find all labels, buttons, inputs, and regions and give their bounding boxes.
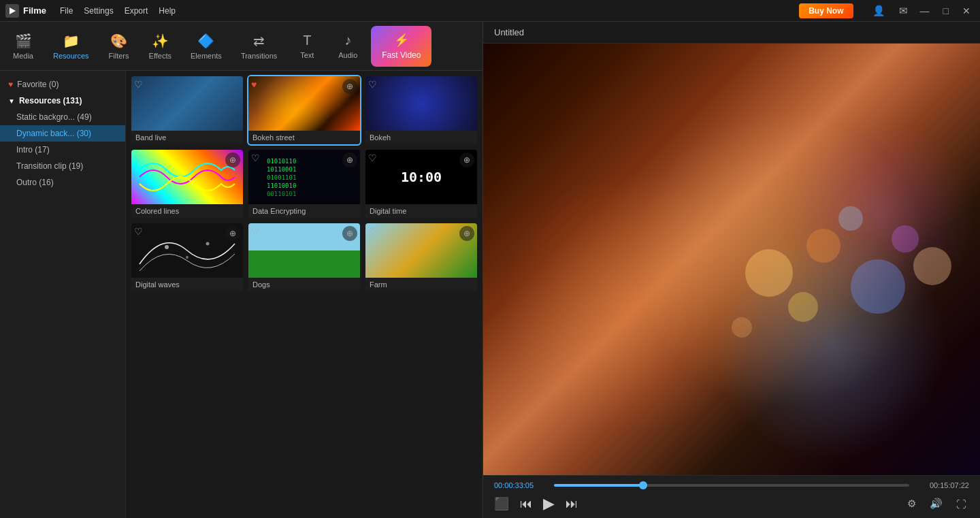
close-button[interactable]: ✕ xyxy=(958,5,975,16)
total-time: 00:15:07:22 xyxy=(915,481,969,489)
minimize-button[interactable]: — xyxy=(916,5,934,16)
menu-export[interactable]: Export xyxy=(125,6,148,16)
app-name: Filme xyxy=(23,5,46,16)
tab-effects[interactable]: ✨ Effects xyxy=(140,29,181,64)
fullscreen-icon[interactable]: ⛶ xyxy=(953,497,969,511)
resource-farm[interactable]: ♡ ⊕ Farm xyxy=(365,223,477,291)
user-icon[interactable]: 👤 xyxy=(870,3,888,18)
tab-resources[interactable]: 📁 Resources xyxy=(44,29,99,64)
sidebar-outro[interactable]: Outro (16) xyxy=(0,174,125,191)
preview-controls: 00:00:33:05 00:15:07:22 ⬛ ⏮ ▶ ⏭ ⚙ 🔊 ⛶ xyxy=(483,475,980,518)
elements-icon: 🔷 xyxy=(197,33,214,49)
window-controls: — □ ✕ xyxy=(916,5,975,16)
preview-area xyxy=(483,44,980,475)
tab-bar: 🎬 Media 📁 Resources 🎨 Filters ✨ Effects … xyxy=(0,22,483,71)
heart-icon: ♥ xyxy=(8,80,13,89)
svg-point-12 xyxy=(851,259,905,314)
resource-bokeh[interactable]: ♡ Bokeh xyxy=(365,76,477,144)
buy-now-button[interactable]: Buy Now xyxy=(799,3,853,18)
add-data-encrypting-icon[interactable]: ⊕ xyxy=(342,152,357,167)
favorite-farm-icon[interactable]: ♡ xyxy=(368,226,377,237)
tab-transitions[interactable]: ⇄ Transitions xyxy=(231,29,287,64)
current-time: 00:00:33:05 xyxy=(494,481,549,489)
next-frame-button[interactable]: ⏭ xyxy=(566,497,578,511)
svg-point-7 xyxy=(165,245,169,249)
favorite-digital-waves-icon[interactable]: ♡ xyxy=(134,226,143,237)
audio-icon: ♪ xyxy=(344,33,351,48)
tab-text[interactable]: T Text xyxy=(287,29,327,63)
settings-icon[interactable]: ⚙ xyxy=(904,496,919,511)
filters-icon: 🎨 xyxy=(110,33,127,49)
effects-icon: ✨ xyxy=(152,33,169,49)
add-dogs-icon[interactable]: ⊕ xyxy=(342,226,357,241)
svg-text:11010010: 11010010 xyxy=(267,182,296,189)
resource-digital-time[interactable]: 10:00 ♡ ⊕ Digital time xyxy=(365,150,477,218)
favorite-dogs-icon[interactable]: ♡ xyxy=(251,226,260,237)
tab-filters[interactable]: 🎨 Filters xyxy=(99,29,140,64)
preview-timeline: 00:00:33:05 00:15:07:22 xyxy=(494,481,969,489)
tab-elements[interactable]: 🔷 Elements xyxy=(181,29,231,64)
favorite-colored-lines-icon[interactable]: ♡ xyxy=(134,152,143,163)
progress-thumb[interactable] xyxy=(639,481,647,489)
sidebar-favorite[interactable]: ♥ Favorite (0) xyxy=(0,76,125,93)
resource-bokeh-street[interactable]: ♥ ⊕ Bokeh street xyxy=(248,76,360,144)
volume-icon[interactable]: 🔊 xyxy=(927,496,945,511)
text-icon: T xyxy=(303,33,311,48)
menu-settings[interactable]: Settings xyxy=(84,6,113,16)
app-icon xyxy=(5,4,19,18)
sidebar-transition-clip[interactable]: Transition clip (19) xyxy=(0,158,125,174)
stop-button[interactable]: ⬛ xyxy=(494,496,509,511)
resources-icon: 📁 xyxy=(63,33,80,49)
favorite-icon[interactable]: ♡ xyxy=(134,79,143,90)
svg-point-15 xyxy=(788,292,818,322)
app-logo: Filme xyxy=(5,4,46,18)
download-bokeh-street-icon[interactable]: ⊕ xyxy=(342,79,357,94)
menu-help[interactable]: Help xyxy=(159,6,176,16)
transitions-icon: ⇄ xyxy=(253,33,265,49)
tab-fast-video[interactable]: ⚡ Fast Video xyxy=(371,26,431,67)
playback-controls: ⬛ ⏮ ▶ ⏭ ⚙ 🔊 ⛶ xyxy=(494,495,969,513)
mail-icon[interactable]: ✉ xyxy=(896,3,911,18)
svg-text:10110001: 10110001 xyxy=(267,166,296,173)
tab-media[interactable]: 🎬 Media xyxy=(3,29,44,64)
svg-point-14 xyxy=(913,247,951,285)
resource-band-live[interactable]: ♡ Band live xyxy=(131,76,243,144)
prev-frame-button[interactable]: ⏮ xyxy=(520,497,532,511)
svg-point-9 xyxy=(206,242,210,246)
menu-bar: File Settings Export Help xyxy=(60,6,799,16)
svg-point-8 xyxy=(186,256,189,259)
progress-track[interactable] xyxy=(554,484,909,487)
svg-point-13 xyxy=(892,225,919,253)
svg-text:00110101: 00110101 xyxy=(267,191,296,197)
svg-text:01010110: 01010110 xyxy=(267,158,296,165)
resource-dogs[interactable]: ♡ ⊕ Dogs xyxy=(248,223,360,291)
sidebar-dynamic-bg[interactable]: Dynamic back... (30) xyxy=(0,125,125,142)
favorite-digital-time-icon[interactable]: ♡ xyxy=(368,152,377,163)
expand-triangle-icon: ▼ xyxy=(8,97,15,105)
add-farm-icon[interactable]: ⊕ xyxy=(459,226,474,241)
add-colored-lines-icon[interactable]: ⊕ xyxy=(225,152,240,167)
favorite-bokeh-icon[interactable]: ♡ xyxy=(368,79,377,90)
maximize-button[interactable]: □ xyxy=(939,5,953,16)
resource-data-encrypting[interactable]: 01010110 10110001 01001101 11010010 0011… xyxy=(248,150,360,218)
resource-colored-lines[interactable]: ♡ ⊕ Colored lines xyxy=(131,150,243,218)
favorite-bokeh-street-icon[interactable]: ♥ xyxy=(251,79,257,90)
play-button[interactable]: ▶ xyxy=(543,495,555,513)
sidebar-static-bg[interactable]: Static backgro... (49) xyxy=(0,109,125,125)
svg-point-16 xyxy=(838,206,863,231)
add-digital-time-icon[interactable]: ⊕ xyxy=(459,152,474,167)
sidebar-resources[interactable]: ▼ Resources (131) xyxy=(0,93,125,109)
sidebar-intro[interactable]: Intro (17) xyxy=(0,142,125,158)
add-digital-waves-icon[interactable]: ⊕ xyxy=(225,226,240,241)
sidebar: ♥ Favorite (0) ▼ Resources (131) Static … xyxy=(0,71,126,518)
tab-audio[interactable]: ♪ Audio xyxy=(327,29,368,63)
svg-point-10 xyxy=(745,249,793,297)
svg-text:01001101: 01001101 xyxy=(267,174,296,181)
preview-header: Untitled xyxy=(483,22,980,44)
favorite-data-encrypting-icon[interactable]: ♡ xyxy=(251,152,260,163)
media-icon: 🎬 xyxy=(15,33,32,49)
resource-digital-waves[interactable]: ♡ ⊕ Digital waves xyxy=(131,223,243,291)
menu-file[interactable]: File xyxy=(60,6,73,16)
progress-fill xyxy=(554,484,643,487)
resources-grid: ♡ Band live ♥ ⊕ Bokeh street ♡ Bokeh xyxy=(126,71,483,518)
